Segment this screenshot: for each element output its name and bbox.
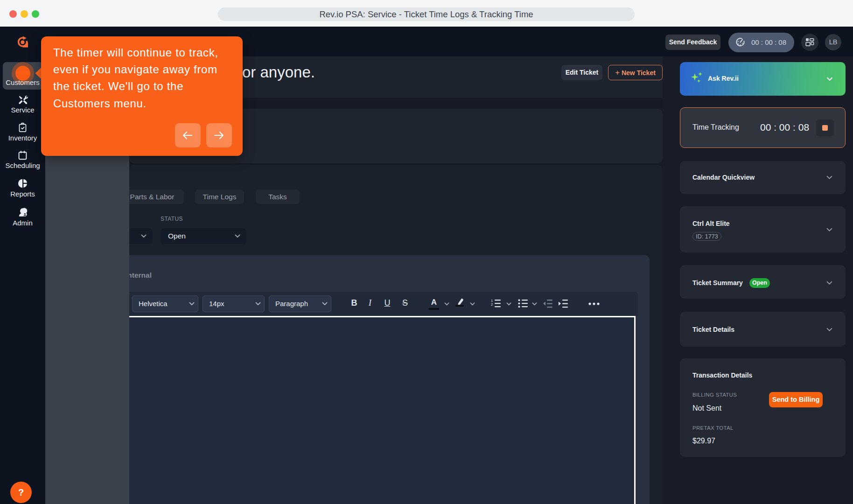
- svg-text:2: 2: [491, 302, 493, 307]
